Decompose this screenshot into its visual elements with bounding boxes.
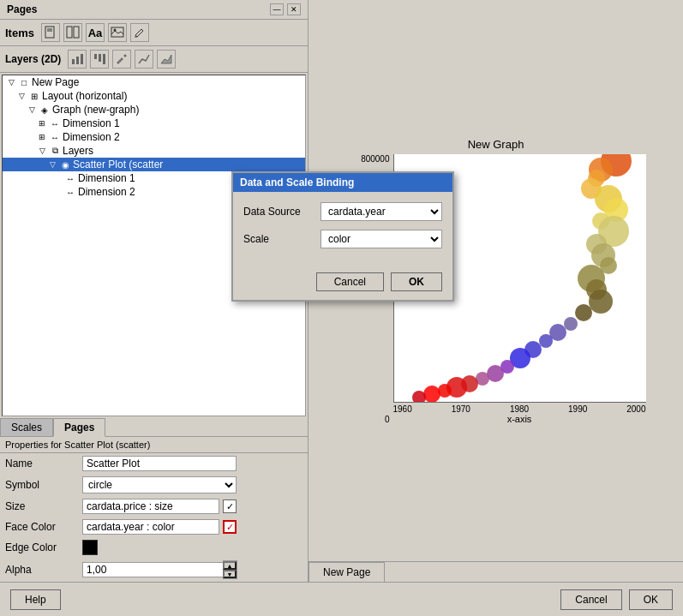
dialog-data-source-select[interactable]: cardata.year cardata.price cardata.color — [321, 202, 442, 221]
edit-icon-btn[interactable] — [130, 23, 149, 42]
area-icon-btn[interactable] — [157, 50, 176, 69]
line-icon-btn[interactable] — [135, 50, 153, 69]
scatter-tree-icon: ◉ — [59, 158, 71, 170]
svg-rect-11 — [94, 54, 97, 59]
layout-icon — [66, 26, 80, 39]
prop-input-name[interactable] — [82, 456, 237, 471]
dialog-data-source-label: Data Source — [243, 206, 321, 218]
sdim1-tree-icon: ↔ — [64, 172, 76, 184]
edge-color-swatch[interactable] — [82, 540, 98, 555]
expander-graph[interactable]: ▽ — [27, 105, 37, 115]
tree-item-new-page[interactable]: ▽ □ New Page — [3, 75, 305, 89]
minimize-button[interactable]: — — [270, 3, 284, 15]
scatter-icon-btn[interactable] — [112, 50, 131, 69]
dim1-tree-icon: ↔ — [49, 117, 61, 129]
svg-rect-4 — [74, 27, 79, 38]
scatter-dot — [575, 304, 592, 321]
text-icon-btn[interactable]: Aa — [86, 23, 105, 42]
graph-tab-new-page[interactable]: New Page — [309, 562, 385, 582]
bottom-bar: Help Cancel OK — [0, 582, 683, 616]
dialog-title-text: Data and Scale Binding — [240, 176, 354, 188]
tab-pages[interactable]: Pages — [53, 418, 105, 437]
prop-row-alpha: Alpha ▲ ▼ — [0, 558, 308, 582]
scatter-dot — [423, 386, 440, 403]
tree-label-layers: Layers — [63, 145, 93, 157]
svg-rect-0 — [45, 27, 54, 38]
page-tree-icon: □ — [18, 76, 30, 88]
bar-chart-icon-btn[interactable] — [68, 50, 87, 69]
tree-item-dim2[interactable]: ⊞ ↔ Dimension 2 — [3, 130, 305, 144]
face-color-checkbox[interactable] — [223, 520, 237, 534]
graph-title: New Graph — [346, 138, 646, 151]
cancel-button[interactable]: Cancel — [560, 589, 621, 610]
svg-rect-3 — [67, 27, 72, 38]
scatter-dot — [589, 290, 613, 314]
tree-item-graph[interactable]: ▽ ◈ Graph (new-graph) — [3, 103, 305, 117]
svg-point-16 — [124, 55, 127, 57]
dialog-body: Data Source cardata.year cardata.price c… — [233, 192, 452, 267]
tree-item-layout[interactable]: ▽ ⊞ Layout (horizontal) — [3, 89, 305, 103]
expander-dim2[interactable]: ⊞ — [37, 132, 47, 142]
line-icon — [137, 52, 151, 66]
dialog-scale-select[interactable]: color size shape — [321, 230, 442, 248]
expander-layers[interactable]: ▽ — [37, 146, 47, 156]
scatter-dot — [412, 391, 426, 403]
items-toolbar: Items Aa — [0, 20, 308, 46]
tab-scales[interactable]: Scales — [0, 418, 53, 437]
expander-new-page[interactable]: ▽ — [6, 77, 16, 87]
alpha-increment-button[interactable]: ▲ — [223, 561, 237, 570]
properties-title: Properties for Scatter Plot (scatter) — [0, 437, 308, 453]
x-axis: 1960 1970 1980 1990 2000 — [393, 404, 646, 414]
prop-input-face-color[interactable] — [82, 519, 219, 535]
main-container: Pages — ✕ Items Aa — [0, 0, 683, 616]
graph-tab-area: New Page — [309, 561, 683, 582]
svg-rect-12 — [99, 54, 101, 62]
x-label-1960: 1960 — [393, 404, 412, 414]
expander-layout[interactable]: ▽ — [16, 91, 27, 101]
page-icon-btn[interactable] — [41, 23, 60, 42]
tree-item-layers[interactable]: ▽ ⧉ Layers — [3, 144, 305, 158]
tree-item-dim1[interactable]: ⊞ ↔ Dimension 1 — [3, 117, 305, 130]
svg-point-17 — [119, 60, 122, 63]
help-button[interactable]: Help — [10, 589, 61, 610]
prop-row-face-color: Face Color — [0, 517, 308, 537]
tree-label-graph: Graph (new-graph) — [52, 104, 139, 116]
alpha-input[interactable] — [82, 562, 223, 577]
size-row — [82, 499, 303, 514]
svg-rect-13 — [103, 54, 105, 64]
bar-chart2-icon-btn[interactable] — [90, 50, 109, 69]
y-label-top: 800000 — [361, 154, 389, 164]
x-label-2000: 2000 — [626, 404, 645, 414]
tree-item-scatter[interactable]: ▽ ◉ Scatter Plot (scatter — [3, 158, 305, 171]
tabs-row: Scales Pages — [0, 418, 308, 437]
size-checkbox[interactable] — [223, 499, 237, 513]
expander-dim1[interactable]: ⊞ — [37, 118, 47, 129]
tree-label-dim1: Dimension 1 — [63, 117, 120, 129]
dialog-cancel-button[interactable]: Cancel — [316, 272, 384, 291]
edit-icon — [133, 26, 147, 39]
prop-select-symbol[interactable]: circle square — [82, 476, 237, 493]
ok-button[interactable]: OK — [629, 589, 673, 610]
dialog-row-data-source: Data Source cardata.year cardata.price c… — [243, 202, 442, 221]
layout-icon-btn[interactable] — [63, 23, 82, 42]
image-icon — [111, 26, 124, 39]
tree-label-sdim1: Dimension 1 — [78, 172, 135, 184]
close-button[interactable]: ✕ — [287, 3, 301, 15]
area-icon — [159, 52, 173, 66]
expander-scatter[interactable]: ▽ — [47, 159, 57, 170]
items-label: Items — [5, 27, 34, 39]
image-icon-btn[interactable] — [108, 23, 127, 42]
scatter-icon — [115, 52, 129, 66]
x-label-1970: 1970 — [452, 404, 470, 414]
prop-label-symbol: Symbol — [0, 474, 77, 496]
tree-label-layout: Layout (horizontal) — [42, 90, 127, 102]
text-icon: Aa — [88, 27, 103, 39]
pages-header-controls: — ✕ — [270, 3, 301, 15]
bar-chart2-icon — [93, 52, 106, 66]
prop-input-size[interactable] — [82, 499, 219, 514]
alpha-spinner: ▲ ▼ — [82, 560, 303, 579]
scatter-dot — [564, 317, 578, 331]
tree-label-new-page: New Page — [32, 76, 79, 88]
dialog-ok-button[interactable]: OK — [391, 272, 442, 291]
alpha-decrement-button[interactable]: ▼ — [223, 570, 237, 578]
